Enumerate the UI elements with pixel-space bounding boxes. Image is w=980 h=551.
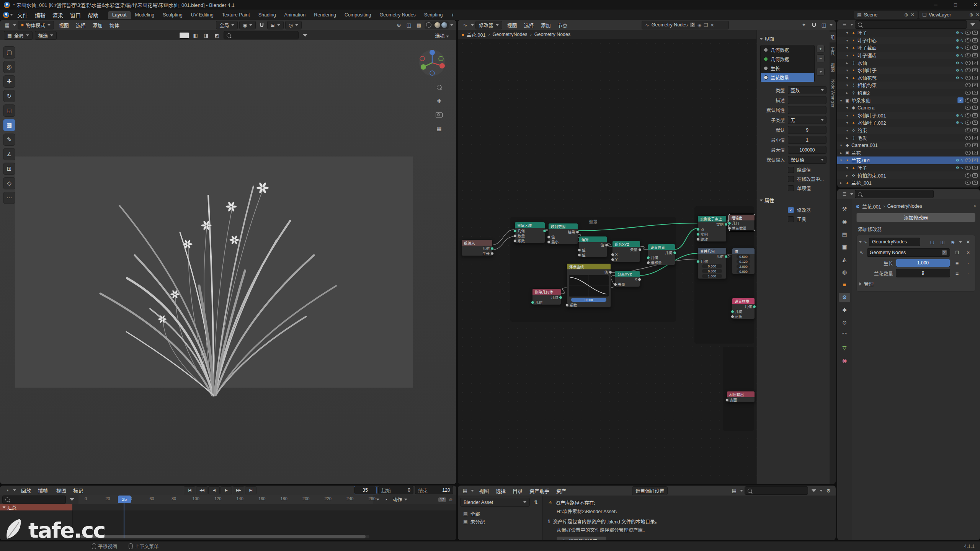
render-toggle-icon[interactable]: ◉: [949, 238, 957, 246]
expand-icon[interactable]: ▾: [845, 128, 849, 132]
viewport-menu-视图[interactable]: 视图: [56, 21, 72, 29]
input-socket[interactable]: [647, 261, 650, 264]
expand-icon[interactable]: ▾: [845, 83, 849, 87]
close-button[interactable]: ✕: [967, 0, 980, 10]
node-浮点曲线[interactable]: 浮点曲线值 0.500系数: [567, 263, 611, 308]
expand-icon[interactable]: ▾: [839, 98, 843, 103]
pan-icon[interactable]: ✚: [435, 97, 443, 105]
editor-type-icon[interactable]: ☰: [840, 21, 849, 29]
field-value-类型[interactable]: 整数: [788, 86, 826, 94]
mode-dropdown[interactable]: ■ 物体模式: [18, 21, 54, 29]
field-value-描述[interactable]: [788, 96, 826, 104]
editor-caret-icon[interactable]: [376, 499, 379, 500]
hide-viewport-icon[interactable]: [965, 61, 971, 65]
viewport-canvas[interactable]: ▢◎✚↻◱▦✎∠⊞◇⋯ ✚ ▦: [0, 40, 456, 484]
new-scene-icon[interactable]: ⊕: [904, 12, 908, 18]
checkbox-icon[interactable]: [788, 176, 794, 182]
transport-next-key-button[interactable]: ▶▶: [233, 486, 244, 494]
expand-icon[interactable]: ▾: [845, 38, 849, 42]
topbar-menu-编辑[interactable]: 编辑: [31, 10, 49, 20]
asset-menu-资产[interactable]: 资产: [553, 486, 570, 495]
edit-mode-toggle-icon[interactable]: ▢: [928, 238, 936, 246]
collapse-icon[interactable]: [760, 38, 763, 40]
hide-viewport-icon[interactable]: [965, 31, 971, 35]
properties-tab-scene[interactable]: ◭: [839, 255, 850, 264]
socket-extras-button[interactable]: [817, 68, 825, 76]
breadcrumb-object[interactable]: 兰花.001: [862, 203, 881, 210]
scrollbar-thumb[interactable]: [80, 535, 366, 538]
disable-render-icon[interactable]: [972, 128, 978, 132]
add-workspace-button[interactable]: +: [448, 11, 458, 19]
editor-type-icon[interactable]: ◔: [3, 486, 11, 494]
input-socket[interactable]: [728, 227, 731, 230]
timeline-ruler[interactable]: 02040608010012014016018020022024026035: [78, 495, 373, 504]
pin-icon[interactable]: ⌖: [973, 204, 976, 209]
duplicate-icon[interactable]: ❐: [953, 249, 961, 257]
frame-end-field[interactable]: 结束120: [415, 486, 453, 494]
maximize-button[interactable]: □: [947, 0, 964, 10]
disable-render-icon[interactable]: [972, 83, 978, 87]
tool-search-field[interactable]: [224, 31, 299, 39]
breadcrumb-object[interactable]: 兰花.001: [467, 31, 485, 38]
input-socket[interactable]: [731, 310, 734, 313]
onion-skin-icon[interactable]: ☺: [448, 497, 453, 502]
transport-play-reverse-button[interactable]: ◀: [208, 486, 220, 494]
topbar-menu-渲染[interactable]: 渲染: [49, 10, 67, 20]
catalog-全部[interactable]: ▤全部: [460, 510, 540, 518]
workspace-tab-Texture Paint[interactable]: Texture Paint: [218, 11, 254, 19]
asset-menu-目录[interactable]: 目录: [509, 486, 526, 495]
checkbox-修改器[interactable]: ✓修改器: [788, 207, 826, 213]
editor-type-icon[interactable]: ∿: [461, 21, 469, 29]
outliner-row-Camera.001[interactable]: ▾◆Camera.001: [837, 142, 980, 149]
expand-icon[interactable]: ▾: [845, 76, 849, 80]
breadcrumb-modifier[interactable]: GeometryNodes: [887, 204, 922, 209]
output-socket[interactable]: [490, 252, 494, 255]
disable-render-icon[interactable]: [972, 158, 978, 162]
disable-render-icon[interactable]: [972, 181, 978, 185]
hide-viewport-icon[interactable]: [965, 121, 971, 125]
disable-render-icon[interactable]: [972, 61, 978, 65]
checkbox-icon[interactable]: ✓: [788, 207, 794, 213]
tool-add-primitive-icon[interactable]: ⊞: [3, 163, 15, 175]
remove-modifier-icon[interactable]: ✕: [964, 238, 972, 246]
topbar-menu-窗口[interactable]: 窗口: [67, 10, 84, 20]
expand-icon[interactable]: ▾: [845, 46, 849, 50]
color-swatch[interactable]: [179, 32, 189, 39]
input-socket[interactable]: [513, 234, 517, 238]
node-group-field[interactable]: Geometry Nodes 2: [867, 248, 950, 257]
timeline-popover-插帧[interactable]: 插帧: [34, 486, 51, 495]
add-modifier-button[interactable]: 添加修改器: [856, 213, 975, 222]
node-设置材质[interactable]: 设置材质几何几何材质: [732, 298, 755, 319]
timeline-menu-标记[interactable]: 标记: [70, 486, 87, 495]
input-socket[interactable]: [725, 398, 729, 402]
outliner-row-俯拍约束.001[interactable]: ▸⊹俯拍约束.001: [837, 171, 980, 179]
node-value-field[interactable]: 2.000: [737, 264, 750, 269]
node-menu-视图[interactable]: 视图: [504, 21, 521, 29]
outliner-search-field[interactable]: [855, 20, 967, 29]
tool-rotate-icon[interactable]: ↻: [3, 90, 15, 102]
blender-menu-icon[interactable]: [3, 12, 9, 18]
modifier-extras-caret-icon[interactable]: [959, 241, 962, 243]
node-材质输出[interactable]: 材质输出表面: [727, 391, 755, 403]
expand-icon[interactable]: ▾: [845, 53, 849, 57]
outliner-row-叶子[interactable]: ▾▲叶子⚙ ∿: [837, 164, 980, 172]
node-slider-field[interactable]: 0.500: [571, 298, 606, 302]
workspace-tab-Rendering[interactable]: Rendering: [310, 11, 340, 19]
properties-tab-constraints[interactable]: ⌒: [839, 331, 850, 340]
outliner-row-兰花_001[interactable]: ▸▲兰花_001: [837, 179, 980, 187]
input-socket[interactable]: [696, 260, 700, 263]
hide-viewport-icon[interactable]: [965, 136, 971, 140]
refresh-library-icon[interactable]: ⇅: [532, 498, 540, 506]
checkbox-icon[interactable]: [788, 185, 794, 191]
field-value-最大值[interactable]: 100000: [788, 146, 826, 154]
disable-render-icon[interactable]: [972, 113, 978, 117]
expand-icon[interactable]: ▾: [839, 158, 843, 162]
hide-viewport-icon[interactable]: [965, 181, 971, 185]
timeline-menu-视图[interactable]: 视图: [53, 486, 70, 495]
collapsed-icon[interactable]: ▸: [839, 181, 843, 185]
viewport-menu-物体[interactable]: 物体: [106, 21, 123, 29]
outliner-row-相机约束[interactable]: ▾⊹相机约束: [837, 82, 980, 89]
timeline-popover-回放[interactable]: 回放: [18, 486, 34, 495]
disable-render-icon[interactable]: [972, 68, 978, 72]
properties-tab-physics[interactable]: ⊙: [839, 318, 850, 327]
